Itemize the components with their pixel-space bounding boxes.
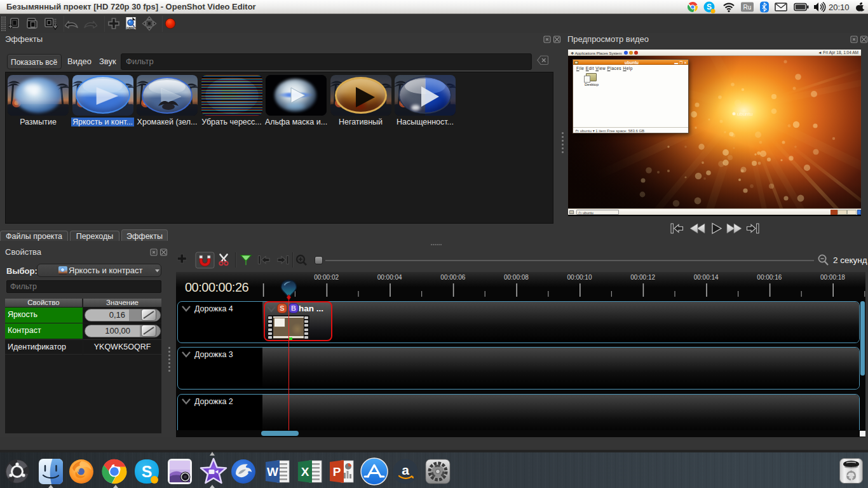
svg-text:W: W (267, 465, 278, 478)
svg-text:a: a (402, 463, 409, 477)
svg-text:20:10: 20:10 (829, 3, 850, 12)
svg-text:MOVIE: MOVIE (126, 27, 135, 30)
svg-text:P: P (333, 465, 341, 478)
svg-text:00:00:04: 00:00:04 (377, 274, 402, 281)
svg-text:00:00:06: 00:00:06 (440, 274, 465, 281)
svg-text:00:00:02: 00:00:02 (314, 274, 339, 281)
svg-text:X: X (301, 465, 309, 478)
svg-text:00:00:10: 00:00:10 (567, 274, 592, 281)
svg-text:00:00:12: 00:00:12 (630, 274, 655, 281)
svg-text:00:00:16: 00:00:16 (757, 274, 782, 281)
svg-text:Ru: Ru (743, 4, 752, 11)
svg-text:00:00:14: 00:00:14 (694, 274, 719, 281)
svg-text:00:00:18: 00:00:18 (820, 274, 845, 281)
svg-text:00:00:08: 00:00:08 (504, 274, 529, 281)
svg-text:ubuntu: ubuntu (737, 111, 752, 117)
svg-text:S: S (142, 463, 153, 480)
